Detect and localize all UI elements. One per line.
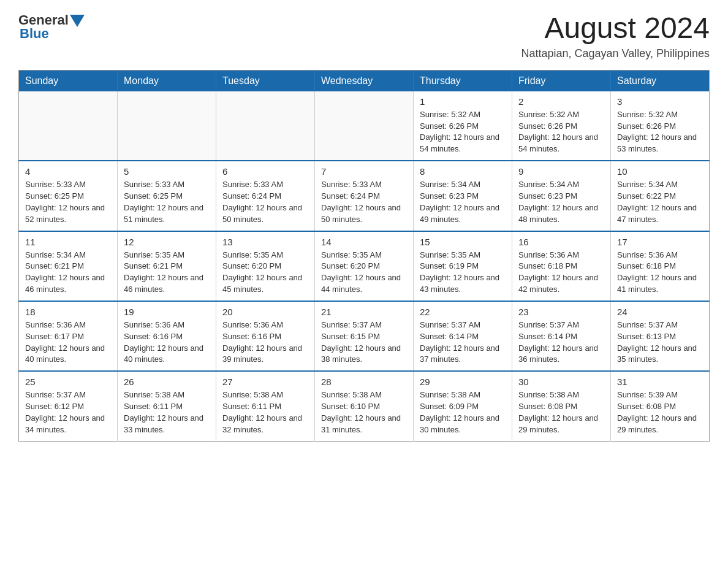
day-number: 2	[518, 96, 604, 107]
day-info: Sunrise: 5:35 AM Sunset: 6:21 PM Dayligh…	[124, 250, 210, 296]
calendar-cell: 23Sunrise: 5:37 AM Sunset: 6:14 PM Dayli…	[512, 301, 611, 371]
day-number: 5	[124, 166, 210, 177]
day-info: Sunrise: 5:39 AM Sunset: 6:08 PM Dayligh…	[617, 389, 703, 435]
day-info: Sunrise: 5:34 AM Sunset: 6:22 PM Dayligh…	[617, 179, 703, 225]
day-info: Sunrise: 5:38 AM Sunset: 6:10 PM Dayligh…	[321, 389, 407, 435]
day-number: 17	[617, 237, 703, 247]
day-number: 16	[518, 237, 604, 247]
day-number: 31	[617, 377, 703, 387]
calendar-cell: 30Sunrise: 5:38 AM Sunset: 6:08 PM Dayli…	[512, 371, 611, 441]
day-number: 23	[518, 307, 604, 317]
day-number: 24	[617, 307, 703, 317]
calendar-cell: 25Sunrise: 5:37 AM Sunset: 6:12 PM Dayli…	[19, 371, 118, 441]
day-info: Sunrise: 5:34 AM Sunset: 6:23 PM Dayligh…	[420, 179, 506, 225]
calendar-cell: 20Sunrise: 5:36 AM Sunset: 6:16 PM Dayli…	[216, 301, 315, 371]
day-info: Sunrise: 5:37 AM Sunset: 6:14 PM Dayligh…	[518, 320, 604, 366]
calendar-cell: 11Sunrise: 5:34 AM Sunset: 6:21 PM Dayli…	[19, 231, 118, 301]
day-info: Sunrise: 5:33 AM Sunset: 6:24 PM Dayligh…	[321, 179, 407, 225]
day-info: Sunrise: 5:33 AM Sunset: 6:25 PM Dayligh…	[25, 179, 111, 225]
calendar-header-row: SundayMondayTuesdayWednesdayThursdayFrid…	[19, 70, 710, 91]
day-info: Sunrise: 5:35 AM Sunset: 6:20 PM Dayligh…	[222, 250, 308, 296]
calendar-week-row: 11Sunrise: 5:34 AM Sunset: 6:21 PM Dayli…	[19, 231, 710, 301]
day-number: 25	[25, 377, 111, 387]
calendar-cell: 21Sunrise: 5:37 AM Sunset: 6:15 PM Dayli…	[315, 301, 414, 371]
calendar-cell: 22Sunrise: 5:37 AM Sunset: 6:14 PM Dayli…	[414, 301, 512, 371]
calendar-cell: 17Sunrise: 5:36 AM Sunset: 6:18 PM Dayli…	[611, 231, 710, 301]
day-number: 11	[25, 237, 111, 247]
day-info: Sunrise: 5:35 AM Sunset: 6:20 PM Dayligh…	[321, 250, 407, 296]
weekday-header-saturday: Saturday	[611, 70, 710, 91]
weekday-header-tuesday: Tuesday	[216, 70, 315, 91]
calendar-cell: 9Sunrise: 5:34 AM Sunset: 6:23 PM Daylig…	[512, 161, 611, 231]
calendar-cell: 26Sunrise: 5:38 AM Sunset: 6:11 PM Dayli…	[118, 371, 216, 441]
calendar-cell: 10Sunrise: 5:34 AM Sunset: 6:22 PM Dayli…	[611, 161, 710, 231]
day-number: 13	[222, 237, 308, 247]
day-number: 12	[124, 237, 210, 247]
day-number: 20	[222, 307, 308, 317]
calendar-cell: 4Sunrise: 5:33 AM Sunset: 6:25 PM Daylig…	[19, 161, 118, 231]
day-info: Sunrise: 5:38 AM Sunset: 6:11 PM Dayligh…	[124, 389, 210, 435]
calendar-cell: 8Sunrise: 5:34 AM Sunset: 6:23 PM Daylig…	[414, 161, 512, 231]
day-info: Sunrise: 5:38 AM Sunset: 6:11 PM Dayligh…	[222, 389, 308, 435]
calendar-cell: 2Sunrise: 5:32 AM Sunset: 6:26 PM Daylig…	[512, 91, 611, 161]
calendar-cell: 28Sunrise: 5:38 AM Sunset: 6:10 PM Dayli…	[315, 371, 414, 441]
calendar-cell: 16Sunrise: 5:36 AM Sunset: 6:18 PM Dayli…	[512, 231, 611, 301]
calendar-cell: 5Sunrise: 5:33 AM Sunset: 6:25 PM Daylig…	[118, 161, 216, 231]
day-number: 9	[518, 166, 604, 177]
day-number: 22	[420, 307, 506, 317]
day-info: Sunrise: 5:32 AM Sunset: 6:26 PM Dayligh…	[617, 109, 703, 155]
calendar-cell	[216, 91, 315, 161]
day-info: Sunrise: 5:33 AM Sunset: 6:24 PM Dayligh…	[222, 179, 308, 225]
calendar-table: SundayMondayTuesdayWednesdayThursdayFrid…	[18, 70, 710, 442]
day-info: Sunrise: 5:36 AM Sunset: 6:18 PM Dayligh…	[518, 250, 604, 296]
day-info: Sunrise: 5:38 AM Sunset: 6:09 PM Dayligh…	[420, 389, 506, 435]
day-number: 7	[321, 166, 407, 177]
weekday-header-sunday: Sunday	[19, 70, 118, 91]
calendar-cell: 15Sunrise: 5:35 AM Sunset: 6:19 PM Dayli…	[414, 231, 512, 301]
calendar-cell: 6Sunrise: 5:33 AM Sunset: 6:24 PM Daylig…	[216, 161, 315, 231]
day-info: Sunrise: 5:36 AM Sunset: 6:16 PM Dayligh…	[222, 320, 308, 366]
day-info: Sunrise: 5:33 AM Sunset: 6:25 PM Dayligh…	[124, 179, 210, 225]
calendar-cell	[118, 91, 216, 161]
day-info: Sunrise: 5:34 AM Sunset: 6:21 PM Dayligh…	[25, 250, 111, 296]
day-number: 3	[617, 96, 703, 107]
title-section: August 2024 Nattapian, Cagayan Valley, P…	[521, 12, 710, 60]
day-info: Sunrise: 5:35 AM Sunset: 6:19 PM Dayligh…	[420, 250, 506, 296]
day-number: 6	[222, 166, 308, 177]
calendar-cell: 24Sunrise: 5:37 AM Sunset: 6:13 PM Dayli…	[611, 301, 710, 371]
calendar-cell: 1Sunrise: 5:32 AM Sunset: 6:26 PM Daylig…	[414, 91, 512, 161]
day-info: Sunrise: 5:37 AM Sunset: 6:12 PM Dayligh…	[25, 389, 111, 435]
day-number: 10	[617, 166, 703, 177]
day-info: Sunrise: 5:38 AM Sunset: 6:08 PM Dayligh…	[518, 389, 604, 435]
day-info: Sunrise: 5:37 AM Sunset: 6:13 PM Dayligh…	[617, 320, 703, 366]
day-number: 30	[518, 377, 604, 387]
location-subtitle: Nattapian, Cagayan Valley, Philippines	[521, 47, 710, 60]
day-number: 15	[420, 237, 506, 247]
day-number: 21	[321, 307, 407, 317]
day-number: 14	[321, 237, 407, 247]
calendar-week-row: 18Sunrise: 5:36 AM Sunset: 6:17 PM Dayli…	[19, 301, 710, 371]
calendar-cell: 14Sunrise: 5:35 AM Sunset: 6:20 PM Dayli…	[315, 231, 414, 301]
day-info: Sunrise: 5:32 AM Sunset: 6:26 PM Dayligh…	[420, 109, 506, 155]
calendar-week-row: 4Sunrise: 5:33 AM Sunset: 6:25 PM Daylig…	[19, 161, 710, 231]
day-info: Sunrise: 5:36 AM Sunset: 6:17 PM Dayligh…	[25, 320, 111, 366]
day-info: Sunrise: 5:36 AM Sunset: 6:18 PM Dayligh…	[617, 250, 703, 296]
logo: General Blue	[18, 12, 85, 42]
weekday-header-wednesday: Wednesday	[315, 70, 414, 91]
day-number: 19	[124, 307, 210, 317]
day-info: Sunrise: 5:36 AM Sunset: 6:16 PM Dayligh…	[124, 320, 210, 366]
day-info: Sunrise: 5:32 AM Sunset: 6:26 PM Dayligh…	[518, 109, 604, 155]
weekday-header-thursday: Thursday	[414, 70, 512, 91]
day-info: Sunrise: 5:34 AM Sunset: 6:23 PM Dayligh…	[518, 179, 604, 225]
day-number: 1	[420, 96, 506, 107]
weekday-header-monday: Monday	[118, 70, 216, 91]
calendar-week-row: 1Sunrise: 5:32 AM Sunset: 6:26 PM Daylig…	[19, 91, 710, 161]
calendar-cell	[19, 91, 118, 161]
day-number: 8	[420, 166, 506, 177]
day-number: 28	[321, 377, 407, 387]
logo-triangle-icon	[70, 15, 85, 27]
calendar-cell: 13Sunrise: 5:35 AM Sunset: 6:20 PM Dayli…	[216, 231, 315, 301]
calendar-cell: 29Sunrise: 5:38 AM Sunset: 6:09 PM Dayli…	[414, 371, 512, 441]
page-header: General Blue August 2024 Nattapian, Caga…	[18, 12, 710, 60]
calendar-cell: 7Sunrise: 5:33 AM Sunset: 6:24 PM Daylig…	[315, 161, 414, 231]
